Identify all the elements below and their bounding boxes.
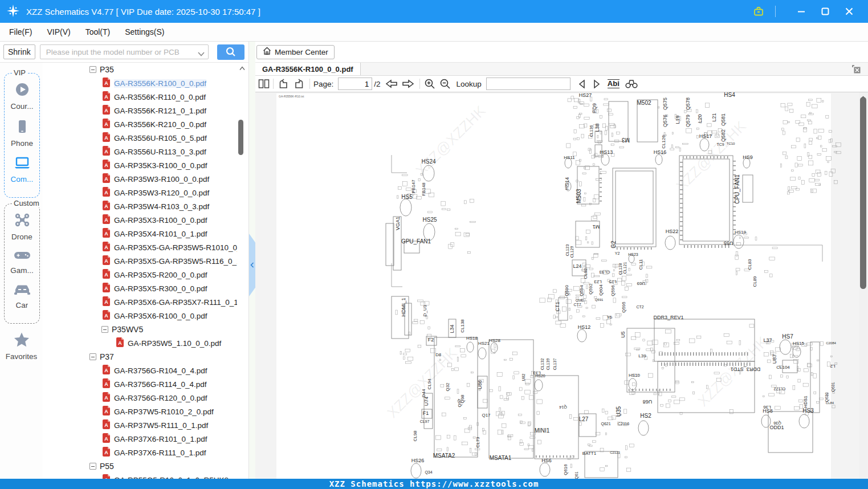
tree-file[interactable]: A GA-R3556K-R210_0_0.pdf xyxy=(43,117,237,131)
tree-file[interactable]: A GA-RP35X4-R101_0_1.pdf xyxy=(43,227,237,241)
tree-file[interactable]: A GA-R3556U-R113_0_3.pdf xyxy=(43,145,237,158)
lookup-input[interactable] xyxy=(486,78,570,90)
pin-tick xyxy=(683,156,683,158)
minimize-button[interactable] xyxy=(794,4,809,19)
pin-tick xyxy=(700,156,700,158)
menu-item-settings[interactable]: Settings(S) xyxy=(125,27,164,36)
rotate-left-icon[interactable] xyxy=(278,79,289,89)
member-center-button[interactable]: Member Center xyxy=(256,45,335,59)
sidebar-item-phone[interactable]: Phone xyxy=(5,119,39,148)
tree-file[interactable]: A GA-RP35X3-R100_0_0.pdf xyxy=(43,213,237,227)
text-select-tool[interactable]: Abi xyxy=(608,79,620,88)
pdf-icon: A xyxy=(102,255,111,267)
tree-file[interactable]: A GA-RP37X6-R111_0_1.pdf xyxy=(43,446,237,459)
sidebar-group-title: VIP xyxy=(12,68,27,77)
viewer-scrollbar[interactable] xyxy=(859,92,867,479)
collapse-node-icon[interactable] xyxy=(101,326,108,333)
tree-node-p55[interactable]: P55 xyxy=(43,459,237,473)
find-previous-icon[interactable] xyxy=(577,79,586,89)
pin-tick xyxy=(644,247,645,250)
next-page-icon[interactable] xyxy=(402,79,414,89)
search-button[interactable] xyxy=(217,44,244,60)
component-label: MSATA1 xyxy=(490,455,512,461)
tree-node-p37[interactable]: P37 xyxy=(43,350,237,364)
close-tab-icon[interactable] xyxy=(851,64,861,76)
component-label: L38 xyxy=(594,123,600,132)
tree-scrollbar[interactable] xyxy=(238,63,244,479)
tree-file[interactable]: A GA-RP37W5-R1010_2_0.pdf xyxy=(43,405,237,418)
pin-tick xyxy=(673,352,674,356)
tree-file[interactable]: A GA-RP35X5-R300_0_0.pdf xyxy=(43,282,237,295)
menu-item-file[interactable]: File(F) xyxy=(9,27,32,36)
tree-file[interactable]: A GA-RP35X5-GA-RP35W5-R1010_0_0.pdf xyxy=(43,241,237,254)
pin-tick xyxy=(600,187,602,188)
sidebar-item-play[interactable]: Cour... xyxy=(5,82,39,111)
sidebar-item-gamepad[interactable]: Gam... xyxy=(5,249,39,275)
scroll-up-icon[interactable] xyxy=(239,64,245,72)
component-label: HS27 xyxy=(579,92,592,98)
component-label: L2 xyxy=(830,364,835,369)
tree-file[interactable]: A GA-R3556K-R110_0_0.pdf xyxy=(43,90,237,104)
component-label: CL137 xyxy=(553,358,557,370)
find-next-icon[interactable] xyxy=(592,79,601,89)
tree-file[interactable]: A GA-RP35W3-R100_0_0.pdf xyxy=(43,172,237,186)
shrink-button[interactable]: Shrink xyxy=(3,44,35,59)
tree-file[interactable]: A GA-R3556K-R121_0_1.pdf xyxy=(43,104,237,117)
svg-text:A: A xyxy=(104,121,108,127)
sidebar-item-favorites[interactable]: Favorites xyxy=(0,332,43,361)
page-number-input[interactable] xyxy=(338,78,372,90)
chevron-down-icon[interactable] xyxy=(198,50,205,58)
document-tab[interactable]: GA-R3556K-R100_0_0.pdf xyxy=(255,63,361,75)
tree-file[interactable]: A GA-R3556U-R105_0_5.pdf xyxy=(43,131,237,145)
menu-item-tool[interactable]: Tool(T) xyxy=(85,27,111,36)
collapse-node-icon[interactable] xyxy=(89,66,96,73)
tree-file[interactable]: A GA-RP35X6-R100_0_0.pdf xyxy=(43,309,237,323)
tree-file[interactable]: A GA-RP37X6-R101_0_1.pdf xyxy=(43,432,237,446)
component-label: C2123 xyxy=(610,451,620,454)
briefcase-icon[interactable] xyxy=(751,4,766,19)
tree-file[interactable]: A GA-R3556K-R100_0_0.pdf xyxy=(43,76,237,90)
previous-page-icon[interactable] xyxy=(385,79,398,89)
tree-file[interactable]: A GA-RP35W5_1.10_0_0.pdf xyxy=(43,336,237,350)
pin-tick xyxy=(680,189,683,190)
binoculars-icon[interactable] xyxy=(625,79,638,89)
rotate-right-icon[interactable] xyxy=(294,79,305,89)
close-button[interactable] xyxy=(842,4,857,19)
pin-tick xyxy=(733,211,736,211)
collapse-node-icon[interactable] xyxy=(89,463,96,470)
collapse-node-icon[interactable] xyxy=(89,353,96,360)
zoom-in-icon[interactable] xyxy=(424,78,435,89)
tree-file[interactable]: A GA-RP37W5-R111_0_1.pdf xyxy=(43,418,237,432)
document-content: XZZ@XZZHKXZZ@XZZHKXZZ@XZZHKXZZ@XZZHKGA-R… xyxy=(255,92,868,479)
tree-file[interactable]: A GA-RP55G5-R10_0_1_0_R5UK8.pdf xyxy=(43,473,237,479)
tree-node-p35wv5[interactable]: P35WV5 xyxy=(43,323,237,336)
pdf-icon: A xyxy=(102,419,111,431)
tree-file[interactable]: A GA-RP35W3-R120_0_0.pdf xyxy=(43,186,237,199)
collapse-panel-handle[interactable] xyxy=(249,234,255,296)
menu-item-vip[interactable]: VIP(V) xyxy=(47,27,70,36)
schematic-canvas[interactable]: XZZ@XZZHKXZZ@XZZHKXZZ@XZZHKXZZ@XZZHKGA-R… xyxy=(255,92,868,479)
tree-scrollbar-thumb[interactable] xyxy=(238,120,243,155)
tree-file[interactable]: A GA-RP35X5-R200_0_0.pdf xyxy=(43,268,237,282)
sidebar-item-laptop[interactable]: Com... xyxy=(5,156,39,184)
tree-file[interactable]: A GA-RP35X6-GA-RP35X7-R111_0_1.pdf xyxy=(43,295,237,309)
maximize-button[interactable] xyxy=(818,4,833,19)
tree-file-label: GA-R3556U-R113_0_3.pdf xyxy=(114,148,206,156)
pin-tick xyxy=(739,352,739,356)
facing-pages-icon[interactable] xyxy=(258,79,270,89)
sidebar-item-car[interactable]: Car xyxy=(5,283,39,309)
tree-file[interactable]: A GA-R3756G-R104_0_4.pdf xyxy=(43,364,237,377)
component-label: HS2 xyxy=(640,413,651,419)
tree-file[interactable]: A GA-R3756G-R120_0_0.pdf xyxy=(43,391,237,405)
tree-file[interactable]: A GA-RP35X5-GA-RP35W5-R116_0_1.pdf xyxy=(43,254,237,268)
zoom-out-icon[interactable] xyxy=(439,78,451,89)
tree-node-p35[interactable]: P35 xyxy=(43,63,237,76)
tree-file[interactable]: A GA-R3756G-R114_0_4.pdf xyxy=(43,377,237,391)
tree-file[interactable]: A GA-RP35W4-R103_0_3.pdf xyxy=(43,199,237,213)
component-label: G2 xyxy=(610,241,617,248)
tree-file[interactable]: A GA-RP35K3-R100_0_0.pdf xyxy=(43,158,237,172)
viewer-scrollbar-thumb[interactable] xyxy=(860,97,866,289)
model-search-input[interactable] xyxy=(40,44,209,59)
lookup-label: Lookup xyxy=(457,80,482,88)
sidebar-item-drone[interactable]: Drone xyxy=(5,212,39,241)
